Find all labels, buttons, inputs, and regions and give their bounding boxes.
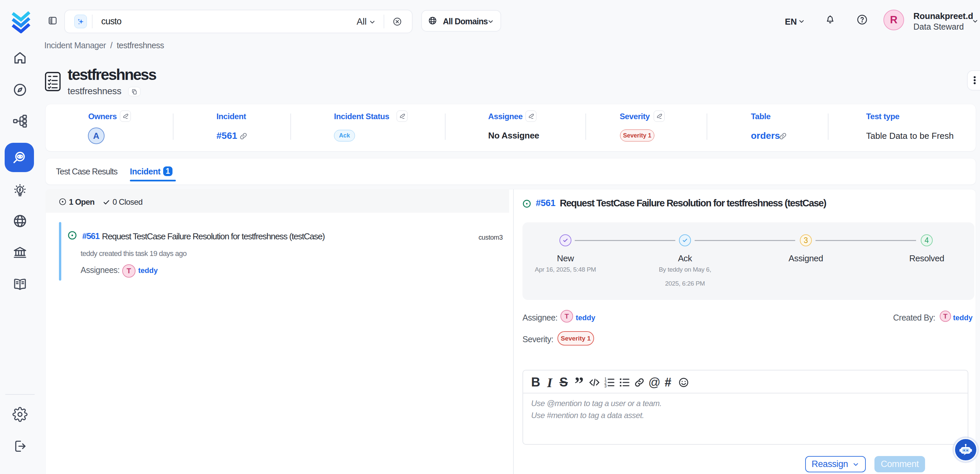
svg-text:3: 3 — [605, 384, 607, 388]
